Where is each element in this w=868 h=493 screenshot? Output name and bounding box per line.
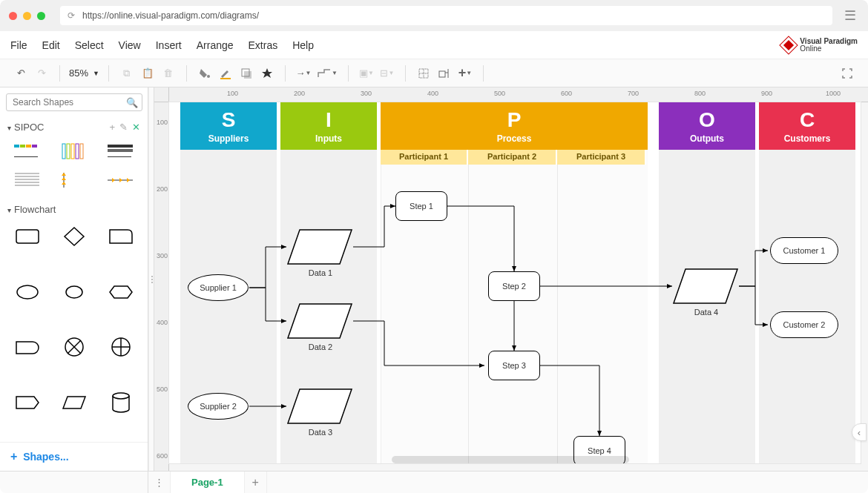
- node-step-1[interactable]: Step 1: [395, 191, 447, 221]
- sidebar: 🔍 ⋮ ▾SIPOC + ✎ ✕ ▾Flowchart: [0, 87, 148, 471]
- column-customers[interactable]: CCustomers: [759, 102, 855, 463]
- minimize-window-icon[interactable]: [23, 12, 31, 20]
- maximize-window-icon[interactable]: [37, 12, 45, 20]
- section-sipoc-header[interactable]: ▾SIPOC + ✎ ✕: [0, 117, 148, 137]
- bring-front-button[interactable]: ▣▼: [358, 64, 375, 82]
- menu-extras[interactable]: Extras: [249, 39, 278, 51]
- node-data-4[interactable]: [672, 268, 740, 305]
- template-item[interactable]: [101, 142, 140, 162]
- collapse-right-panel-button[interactable]: ‹: [852, 423, 867, 441]
- shape-card[interactable]: [101, 224, 140, 249]
- search-icon[interactable]: 🔍: [126, 97, 138, 108]
- menu-file[interactable]: File: [10, 39, 27, 51]
- shape-ellipse[interactable]: [7, 279, 47, 305]
- menu-view[interactable]: View: [119, 39, 141, 51]
- diagram-canvas[interactable]: SSuppliers IInputs PProcess OOutputs CCu…: [169, 102, 861, 463]
- stroke-color-button[interactable]: [217, 64, 234, 82]
- browser-menu-icon[interactable]: ☰: [841, 7, 859, 24]
- connector-waypoint-button[interactable]: ▼: [315, 64, 339, 82]
- template-item[interactable]: [54, 142, 93, 162]
- zoom-control[interactable]: 85% ▼: [69, 67, 99, 79]
- zoom-value: 85%: [69, 67, 88, 79]
- copy-button[interactable]: ⧉: [118, 64, 136, 82]
- template-item[interactable]: [54, 170, 93, 191]
- menu-select[interactable]: Select: [75, 39, 104, 51]
- svg-rect-32: [16, 230, 39, 243]
- shape-ellipse-small[interactable]: [54, 279, 93, 305]
- shape-terminator[interactable]: [7, 334, 47, 360]
- grid-button[interactable]: [415, 64, 433, 82]
- node-step-2[interactable]: Step 2: [488, 271, 540, 301]
- redo-button[interactable]: ↷: [33, 64, 50, 82]
- shape-circle-plus[interactable]: [101, 334, 140, 360]
- node-data-3[interactable]: [286, 388, 355, 425]
- undo-button[interactable]: ↶: [12, 64, 30, 82]
- menu-edit[interactable]: Edit: [42, 39, 60, 51]
- menu-help[interactable]: Help: [292, 39, 314, 51]
- node-data-2[interactable]: [286, 302, 355, 340]
- align-button[interactable]: ⊟▼: [378, 64, 396, 82]
- node-supplier-2[interactable]: Supplier 2: [188, 393, 249, 420]
- canvas-horizontal-scrollbar[interactable]: [392, 456, 629, 463]
- svg-rect-15: [80, 144, 83, 159]
- style-button[interactable]: [258, 64, 276, 82]
- close-window-icon[interactable]: [9, 12, 17, 20]
- participant-2[interactable]: Participant 2: [468, 150, 557, 165]
- add-section-icon[interactable]: +: [109, 122, 115, 133]
- shape-diamond[interactable]: [54, 224, 93, 249]
- sipoc-templates: [0, 137, 148, 199]
- node-step-3[interactable]: Step 3: [488, 351, 540, 380]
- url-bar[interactable]: ⟳ https://online.visual-paradigm.com/dia…: [60, 6, 832, 25]
- node-supplier-1[interactable]: Supplier 1: [188, 274, 249, 301]
- url-text: https://online.visual-paradigm.com/diagr…: [82, 10, 259, 21]
- node-data-1[interactable]: [286, 228, 355, 265]
- shape-hexagon[interactable]: [101, 279, 140, 305]
- template-item[interactable]: [7, 170, 47, 191]
- page-menu-button[interactable]: ⋮: [148, 472, 171, 493]
- svg-rect-11: [62, 144, 65, 159]
- canvas-area: 100 200 300 400 500 600 700 800 900 1000…: [154, 87, 868, 471]
- shape-tag[interactable]: [7, 390, 47, 415]
- participant-3[interactable]: Participant 3: [557, 150, 646, 165]
- paste-button[interactable]: 📋: [139, 64, 157, 82]
- participant-1[interactable]: Participant 1: [381, 150, 468, 165]
- shape-rounded-rect[interactable]: [7, 224, 47, 249]
- template-item[interactable]: [7, 142, 47, 162]
- more-shapes-button[interactable]: + Shapes...: [0, 442, 148, 471]
- fullscreen-button[interactable]: [838, 64, 856, 82]
- delete-button[interactable]: 🗑: [160, 64, 177, 82]
- chevron-down-icon: ▼: [93, 70, 99, 77]
- svg-point-43: [151, 279, 153, 280]
- sidebar-splitter[interactable]: [148, 87, 154, 471]
- page-tab-1[interactable]: Page-1: [171, 472, 245, 493]
- toolbar: ↶ ↷ 85% ▼ ⧉ 📋 🗑 →▼ ▼ ▣▼ ⊟▼ +▼: [0, 59, 868, 87]
- search-input[interactable]: [6, 93, 142, 111]
- ruler-vertical: 100 200 300 400 500 600: [154, 102, 169, 471]
- menu-arrange[interactable]: Arrange: [197, 39, 234, 51]
- snap-button[interactable]: [435, 64, 453, 82]
- template-item[interactable]: [101, 170, 140, 191]
- svg-rect-10: [14, 156, 38, 157]
- menu-bar: File Edit Select View Insert Arrange Ext…: [0, 31, 868, 59]
- svg-rect-12: [67, 144, 70, 159]
- svg-marker-25: [62, 173, 66, 176]
- close-section-icon[interactable]: ✕: [132, 122, 140, 133]
- shape-cylinder[interactable]: [101, 390, 140, 415]
- add-page-button[interactable]: +: [245, 472, 267, 493]
- svg-rect-18: [108, 156, 131, 157]
- brand-logo[interactable]: Visual Paradigm Online: [782, 38, 858, 53]
- shape-parallelogram[interactable]: [54, 390, 93, 415]
- node-customer-2[interactable]: Customer 2: [770, 311, 838, 338]
- connector-straight-button[interactable]: →▼: [295, 64, 312, 82]
- node-customer-1[interactable]: Customer 1: [770, 237, 838, 264]
- menu-insert[interactable]: Insert: [156, 39, 182, 51]
- section-flowchart-header[interactable]: ▾Flowchart: [0, 199, 148, 219]
- fill-button[interactable]: [196, 64, 214, 82]
- shadow-button[interactable]: [237, 64, 255, 82]
- svg-point-0: [207, 75, 210, 78]
- svg-point-44: [151, 282, 153, 283]
- edit-section-icon[interactable]: ✎: [119, 122, 128, 133]
- reload-icon[interactable]: ⟳: [68, 10, 75, 21]
- shape-circle-cross[interactable]: [54, 334, 93, 360]
- add-button[interactable]: +▼: [456, 64, 474, 82]
